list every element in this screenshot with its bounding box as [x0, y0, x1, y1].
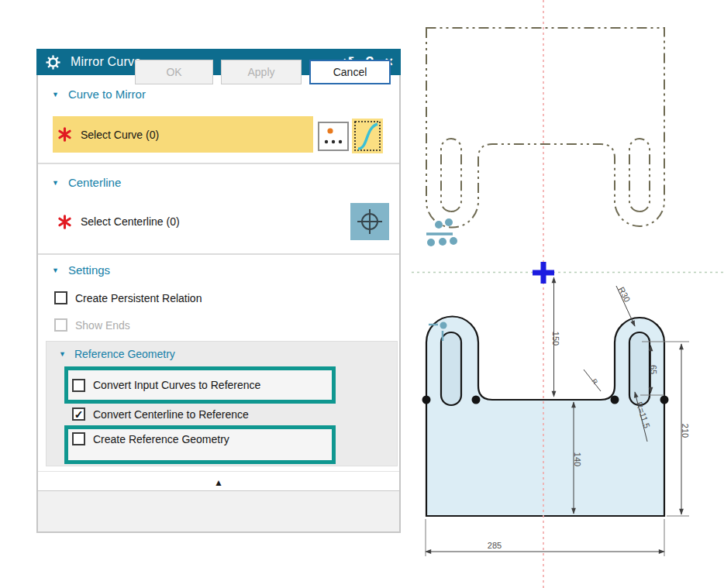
- chevron-down-icon: ▼: [52, 266, 59, 274]
- part-slot-right[interactable]: [629, 332, 650, 405]
- dim-overall-width[interactable]: 285: [488, 541, 502, 550]
- section-centerline[interactable]: ▼ Centerline: [52, 176, 121, 189]
- dialog-collapse-button[interactable]: ▲: [38, 475, 399, 490]
- dim-slot-length[interactable]: 65: [649, 365, 658, 374]
- apply-button[interactable]: Apply: [221, 60, 302, 84]
- highlight-annotation-box: Convert Input Curves to Reference: [64, 366, 336, 404]
- gear-icon: [45, 54, 61, 70]
- select-curve-label: Select Curve (0): [81, 129, 159, 141]
- centerline-select-button[interactable]: [350, 203, 389, 240]
- required-asterisk-icon: [57, 215, 72, 229]
- nx-application-viewport: 150 140 285 210 65 R30 R=11.5 R Mirror C…: [0, 0, 724, 588]
- section-divider: [38, 253, 399, 255]
- section-curve-to-mirror[interactable]: ▼ Curve to Mirror: [52, 88, 146, 101]
- dim-ear-radius[interactable]: R30: [616, 285, 632, 303]
- checkbox-create-reference-geometry[interactable]: Create Reference Geometry: [72, 432, 229, 445]
- mirror-curve-dialog: Mirror Curve ↺ ? × ▼ Curve to Mirror Sel…: [36, 49, 401, 533]
- chevron-down-icon: ▼: [59, 350, 66, 358]
- cancel-button[interactable]: Cancel: [309, 60, 391, 84]
- part-slot-left[interactable]: [441, 332, 461, 405]
- checkbox-box[interactable]: [54, 291, 67, 304]
- point-dialog-icon: [320, 124, 346, 149]
- checkbox-create-persistent-relation[interactable]: Create Persistent Relation: [54, 291, 202, 304]
- select-centerline-field[interactable]: Select Centerline (0): [57, 203, 180, 240]
- checkbox-convert-centerline[interactable]: ✓ Convert Centerline to Reference: [72, 407, 249, 421]
- required-asterisk-icon: [57, 127, 72, 142]
- section-settings[interactable]: ▼ Settings: [52, 263, 110, 277]
- chevron-down-icon: ▼: [52, 179, 59, 187]
- chevron-up-icon: ▲: [214, 477, 223, 488]
- ok-button[interactable]: OK: [135, 60, 213, 84]
- curve-icon: [352, 119, 383, 153]
- mirror-ghost-outline: [426, 28, 664, 228]
- checkbox-show-ends: Show Ends: [54, 318, 130, 332]
- point-cluster-marker: [426, 218, 457, 246]
- curve-rule-button[interactable]: [352, 119, 383, 153]
- checkbox-convert-input-curves[interactable]: Convert Input Curves to Reference: [72, 379, 260, 392]
- origin-cross-icon: [533, 262, 554, 284]
- dim-top-height[interactable]: 150: [551, 332, 560, 346]
- dialog-footer: [38, 490, 399, 531]
- select-centerline-label: Select Centerline (0): [81, 215, 180, 228]
- dim-body-height[interactable]: 140: [573, 452, 582, 466]
- select-curve-field[interactable]: Select Curve (0): [53, 116, 313, 153]
- highlight-annotation-box: Create Reference Geometry: [64, 425, 336, 464]
- checkbox-box[interactable]: [72, 379, 85, 392]
- crosshair-icon: [353, 205, 387, 238]
- reference-geometry-panel: ▼ Reference Geometry Convert Input Curve…: [46, 341, 398, 466]
- chevron-down-icon: ▼: [52, 91, 59, 98]
- checkbox-box[interactable]: ✓: [72, 407, 85, 421]
- checkbox-box[interactable]: [72, 432, 85, 445]
- section-divider: [38, 471, 399, 472]
- section-divider: [38, 163, 399, 164]
- section-reference-geometry[interactable]: ▼ Reference Geometry: [59, 348, 175, 360]
- point-dialog-button[interactable]: [318, 122, 349, 151]
- dialog-title: Mirror Curve: [71, 55, 141, 69]
- checkbox-box: [54, 318, 67, 332]
- dim-right-height[interactable]: 210: [681, 424, 690, 438]
